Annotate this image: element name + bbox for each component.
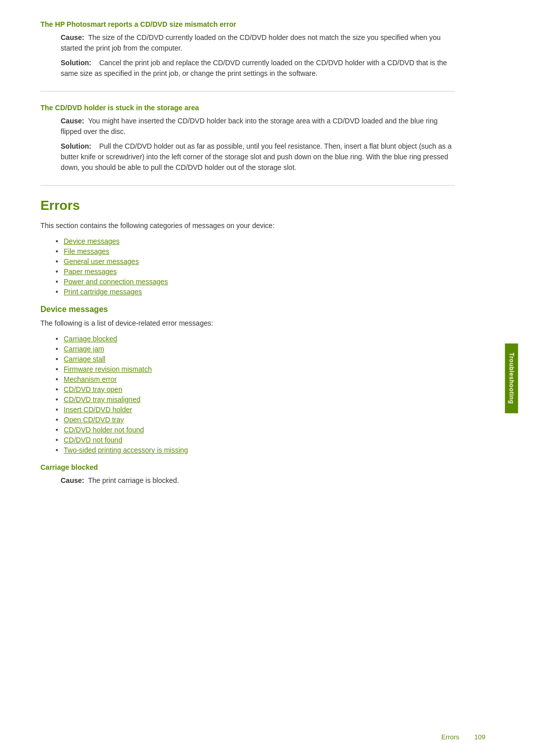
cddvd-size-mismatch-section: The HP Photosmart reports a CD/DVD size … <box>40 20 455 79</box>
divider-2 <box>40 185 455 186</box>
cddvd-holder-not-found-link[interactable]: CD/DVD holder not found <box>64 426 144 434</box>
divider-1 <box>40 91 455 92</box>
carriage-blocked-heading: Carriage blocked <box>40 463 455 471</box>
cddvd-stuck-solution: Solution: Pull the CD/DVD holder out as … <box>61 141 455 173</box>
list-item-mechanism-error: Mechanism error <box>56 375 455 383</box>
sidebar-tab: Troubleshooting <box>505 343 518 413</box>
cause-text-2: You might have inserted the CD/DVD holde… <box>61 117 438 136</box>
mechanism-error-link[interactable]: Mechanism error <box>64 375 117 383</box>
device-messages-link[interactable]: Device messages <box>64 237 120 245</box>
cause-text-carriage: The print carriage is blocked. <box>88 476 179 484</box>
carriage-blocked-section: Carriage blocked Cause: The print carria… <box>40 463 455 486</box>
cause-label-1: Cause: <box>61 33 84 41</box>
carriage-stall-link[interactable]: Carriage stall <box>64 355 105 363</box>
cddvd-size-mismatch-heading: The HP Photosmart reports a CD/DVD size … <box>40 20 455 28</box>
device-messages-list: Carriage blocked Carriage jam Carriage s… <box>56 335 455 454</box>
general-user-messages-link[interactable]: General user messages <box>64 257 139 265</box>
list-item-print-cartridge-messages: Print cartridge messages <box>56 288 455 296</box>
cddvd-not-found-link[interactable]: CD/DVD not found <box>64 436 122 444</box>
solution-text-1: Cancel the print job and replace the CD/… <box>61 59 447 77</box>
list-item-paper-messages: Paper messages <box>56 268 455 276</box>
open-cddvd-tray-link[interactable]: Open CD/DVD tray <box>64 416 124 424</box>
errors-intro: This section contains the following cate… <box>40 220 455 231</box>
cause-label-2: Cause: <box>61 117 84 125</box>
cddvd-stuck-cause: Cause: You might have inserted the CD/DV… <box>61 116 455 137</box>
insert-cddvd-holder-link[interactable]: Insert CD/DVD holder <box>64 406 132 414</box>
list-item-power-connection-messages: Power and connection messages <box>56 278 455 286</box>
print-cartridge-messages-link[interactable]: Print cartridge messages <box>64 288 142 296</box>
list-item-cddvd-not-found: CD/DVD not found <box>56 436 455 444</box>
footer-page-number: 109 <box>474 733 485 741</box>
carriage-blocked-link[interactable]: Carriage blocked <box>64 335 117 343</box>
device-messages-intro: The following is a list of device-relate… <box>40 318 455 329</box>
cause-text-1: The size of the CD/DVD currently loaded … <box>61 33 440 52</box>
carriage-blocked-cause: Cause: The print carriage is blocked. <box>61 475 455 486</box>
solution-label-1: Solution: <box>61 59 92 67</box>
page-footer: Errors 109 <box>441 733 485 741</box>
errors-section: Errors This section contains the followi… <box>40 198 455 296</box>
list-item-cddvd-tray-open: CD/DVD tray open <box>56 385 455 393</box>
list-item-device-messages: Device messages <box>56 237 455 245</box>
list-item-carriage-blocked: Carriage blocked <box>56 335 455 343</box>
cause-label-carriage: Cause: <box>61 476 84 484</box>
list-item-cddvd-holder-not-found: CD/DVD holder not found <box>56 426 455 434</box>
cddvd-tray-misaligned-link[interactable]: CD/DVD tray misaligned <box>64 395 141 404</box>
cddvd-stuck-heading: The CD/DVD holder is stuck in the storag… <box>40 104 455 112</box>
cddvd-tray-open-link[interactable]: CD/DVD tray open <box>64 385 122 393</box>
list-item-two-sided-printing: Two-sided printing accessory is missing <box>56 446 455 454</box>
paper-messages-link[interactable]: Paper messages <box>64 268 117 276</box>
carriage-jam-link[interactable]: Carriage jam <box>64 345 104 353</box>
footer-section-label: Errors <box>441 733 459 741</box>
list-item-file-messages: File messages <box>56 247 455 255</box>
list-item-insert-cddvd-holder: Insert CD/DVD holder <box>56 406 455 414</box>
list-item-carriage-jam: Carriage jam <box>56 345 455 353</box>
list-item-cddvd-tray-misaligned: CD/DVD tray misaligned <box>56 395 455 404</box>
errors-categories-list: Device messages File messages General us… <box>56 237 455 296</box>
sidebar-label: Troubleshooting <box>508 352 515 404</box>
errors-heading: Errors <box>40 198 455 213</box>
power-connection-messages-link[interactable]: Power and connection messages <box>64 278 168 286</box>
list-item-carriage-stall: Carriage stall <box>56 355 455 363</box>
solution-label-2: Solution: <box>61 142 92 150</box>
two-sided-printing-link[interactable]: Two-sided printing accessory is missing <box>64 446 188 454</box>
solution-text-2: Pull the CD/DVD holder out as far as pos… <box>61 142 451 171</box>
firmware-revision-mismatch-link[interactable]: Firmware revision mismatch <box>64 365 152 373</box>
list-item-general-user-messages: General user messages <box>56 257 455 265</box>
device-messages-section: Device messages The following is a list … <box>40 305 455 454</box>
cddvd-size-mismatch-solution: Solution: Cancel the print job and repla… <box>61 58 455 79</box>
list-item-firmware-revision-mismatch: Firmware revision mismatch <box>56 365 455 373</box>
device-messages-heading: Device messages <box>40 305 455 314</box>
list-item-open-cddvd-tray: Open CD/DVD tray <box>56 416 455 424</box>
file-messages-link[interactable]: File messages <box>64 247 109 255</box>
cddvd-size-mismatch-cause: Cause: The size of the CD/DVD currently … <box>61 32 455 54</box>
cddvd-stuck-section: The CD/DVD holder is stuck in the storag… <box>40 104 455 173</box>
